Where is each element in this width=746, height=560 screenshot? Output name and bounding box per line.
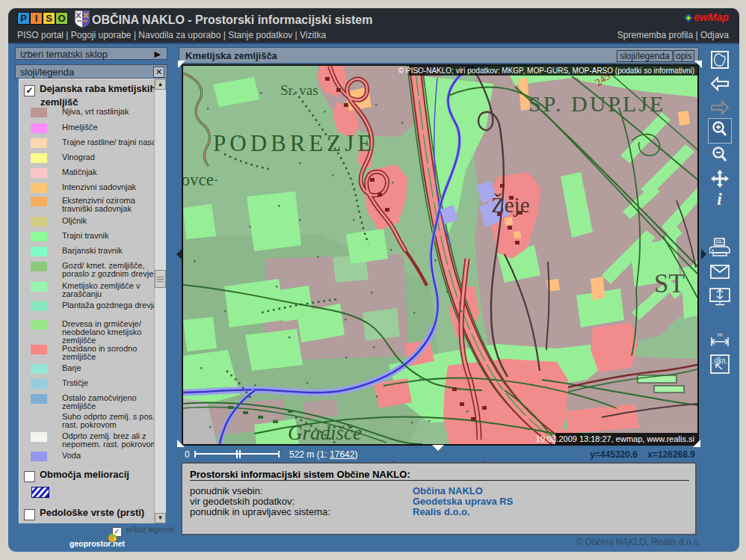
svg-text:povce: povce [183,170,214,189]
svg-text:SP. DUPLJE: SP. DUPLJE [528,91,665,116]
svg-text:© PISO-NAKLO; viri podatkov: M: © PISO-NAKLO; viri podatkov: MKGP, MOP-G… [398,67,694,75]
svg-text:m: m [717,331,722,338]
svg-text:Gradišče: Gradišče [288,422,362,444]
svg-text:Sr. vas: Sr. vas [280,82,318,98]
svg-text:Žeje: Žeje [491,193,530,217]
svg-text:19.03.2009 13:18:27, ewmap, ww: 19.03.2009 13:18:27, ewmap, www.realis.s… [536,434,694,443]
svg-text:PODBREZJE: PODBREZJE [213,130,375,156]
svg-text:ST: ST [654,269,685,298]
